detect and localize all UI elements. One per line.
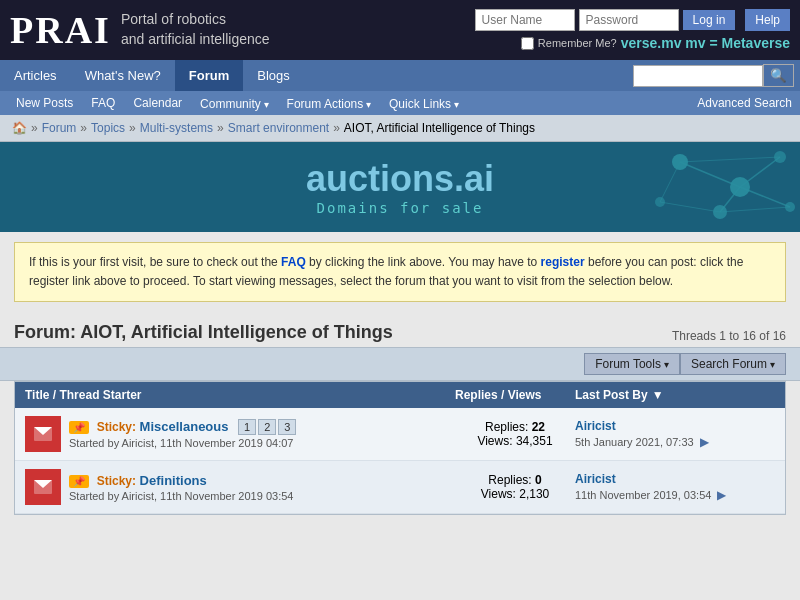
nav-search-button[interactable]: 🔍 <box>763 64 794 87</box>
subnav-community-dropdown[interactable]: Community <box>192 96 276 111</box>
thread-table-header: Title / Thread Starter Replies / Views L… <box>15 382 785 408</box>
page-link-1-3[interactable]: 3 <box>278 419 296 435</box>
notice-register-link[interactable]: register <box>541 255 585 269</box>
svg-line-9 <box>740 187 790 207</box>
sep-4: » <box>217 121 224 135</box>
thread-info-1: 📌 Sticky: Miscellaneous 1 2 3 Started by… <box>69 419 296 449</box>
sticky-label-1: Sticky: <box>97 420 136 434</box>
table-row: 📌 Sticky: Miscellaneous 1 2 3 Started by… <box>15 408 785 461</box>
page-links-1: 1 2 3 <box>238 419 296 435</box>
remember-label: Remember Me? <box>538 37 617 49</box>
breadcrumb-topics[interactable]: Topics <box>91 121 125 135</box>
sep-1: » <box>31 121 38 135</box>
nav-search-box: 🔍 <box>633 64 800 87</box>
help-button[interactable]: Help <box>745 9 790 31</box>
goto-icon-1[interactable]: ▶ <box>700 435 709 449</box>
banner-subtitle: Domains for sale <box>306 200 494 216</box>
nav-whats-new[interactable]: What's New? <box>71 60 175 91</box>
thread-sticky-line-2: 📌 Sticky: Definitions <box>69 473 293 488</box>
thread-title-link-1[interactable]: Miscellaneous <box>140 419 229 434</box>
subnav-calendar[interactable]: Calendar <box>125 93 190 113</box>
breadcrumb-multi-systems[interactable]: Multi-systems <box>140 121 213 135</box>
subnav-faq[interactable]: FAQ <box>83 93 123 113</box>
logo-box: PRAI Portal of robotics and artificial i… <box>10 8 270 52</box>
username-input[interactable] <box>475 9 575 31</box>
logo-description: Portal of robotics and artificial intell… <box>121 10 270 49</box>
advanced-search[interactable]: Advanced Search <box>697 96 792 110</box>
notice-text-after-faq: by clicking the link above. You may have… <box>306 255 541 269</box>
forum-title: Forum: AIOT, Artificial Intelligence of … <box>14 322 393 343</box>
thread-sticky-line-1: 📌 Sticky: Miscellaneous 1 2 3 <box>69 419 296 435</box>
banner-title: auctions.ai <box>306 158 494 200</box>
breadcrumb-current: AIOT, Artificial Intelligence of Things <box>344 121 535 135</box>
subnav-quick-links-dropdown[interactable]: Quick Links <box>381 96 467 111</box>
header-right: Log in Help Remember Me? verse.mv mv = M… <box>475 9 790 51</box>
subnav-forum-actions-label[interactable]: Forum Actions <box>279 94 379 114</box>
remember-checkbox[interactable] <box>521 37 534 50</box>
lastpost-user-link-2[interactable]: Airicist <box>575 472 616 486</box>
logo: PRAI <box>10 8 111 52</box>
col-lastpost: Last Post By ▼ <box>575 388 775 402</box>
notice-text-before-faq: If this is your first visit, be sure to … <box>29 255 281 269</box>
login-row: Log in Help <box>475 9 790 31</box>
thread-title-link-2[interactable]: Definitions <box>140 473 207 488</box>
breadcrumb: 🏠 » Forum » Topics » Multi-systems » Sma… <box>0 115 800 142</box>
sep-5: » <box>333 121 340 135</box>
sep-3: » <box>129 121 136 135</box>
svg-line-7 <box>740 157 780 187</box>
notice-box: If this is your first visit, be sure to … <box>14 242 786 302</box>
svg-line-12 <box>660 162 680 202</box>
breadcrumb-forum[interactable]: Forum <box>42 121 77 135</box>
thread-info-2: 📌 Sticky: Definitions Started by Airicis… <box>69 473 293 502</box>
svg-line-6 <box>680 162 740 187</box>
svg-line-10 <box>680 157 780 162</box>
header: PRAI Portal of robotics and artificial i… <box>0 0 800 60</box>
goto-icon-2[interactable]: ▶ <box>717 488 726 502</box>
nav-blogs[interactable]: Blogs <box>243 60 304 91</box>
thread-title-col-1: 📌 Sticky: Miscellaneous 1 2 3 Started by… <box>25 416 455 452</box>
table-row: 📌 Sticky: Definitions Started by Airicis… <box>15 461 785 514</box>
thread-starter-1: Started by Airicist, 11th November 2019 … <box>69 437 296 449</box>
password-input[interactable] <box>579 9 679 31</box>
thread-icon-2 <box>25 469 61 505</box>
subnav-forum-actions-dropdown[interactable]: Forum Actions <box>279 96 379 111</box>
svg-line-11 <box>660 202 720 212</box>
nav-forum[interactable]: Forum <box>175 60 243 91</box>
nav-articles[interactable]: Articles <box>0 60 71 91</box>
svg-line-13 <box>720 207 790 212</box>
lastpost-user-link-1[interactable]: Airicist <box>575 419 616 433</box>
lastpost-date-1: 5th January 2021, 07:33 ▶ <box>575 435 775 449</box>
replies-col-1: Replies: 22 Views: 34,351 <box>455 420 575 448</box>
thread-title-col-2: 📌 Sticky: Definitions Started by Airicis… <box>25 469 455 505</box>
thread-count: Threads 1 to 16 of 16 <box>672 329 786 343</box>
notice-faq-link[interactable]: FAQ <box>281 255 306 269</box>
thread-table: Title / Thread Starter Replies / Views L… <box>14 381 786 515</box>
banner: auctions.ai Domains for sale <box>0 142 800 232</box>
breadcrumb-smart-environment[interactable]: Smart environment <box>228 121 329 135</box>
thread-icon-1 <box>25 416 61 452</box>
page-link-1-1[interactable]: 1 <box>238 419 256 435</box>
home-icon[interactable]: 🏠 <box>12 121 27 135</box>
search-forum-button[interactable]: Search Forum <box>680 353 786 375</box>
nav-search-input[interactable] <box>633 65 763 87</box>
sticky-label-2: Sticky: <box>97 474 136 488</box>
lastpost-col-2: Airicist 11th November 2019, 03:54 ▶ <box>575 472 775 502</box>
subnav-new-posts[interactable]: New Posts <box>8 93 81 113</box>
col-title: Title / Thread Starter <box>25 388 455 402</box>
page-link-1-2[interactable]: 2 <box>258 419 276 435</box>
thread-starter-2: Started by Airicist, 11th November 2019 … <box>69 490 293 502</box>
subnav-community-label[interactable]: Community <box>192 94 276 114</box>
banner-network-graphic <box>480 142 800 232</box>
forum-tools-button[interactable]: Forum Tools <box>584 353 680 375</box>
lastpost-col-1: Airicist 5th January 2021, 07:33 ▶ <box>575 419 775 449</box>
metaverse-text: verse.mv mv = Metaverse <box>621 35 790 51</box>
svg-line-8 <box>720 187 740 212</box>
col-replies: Replies / Views <box>455 388 575 402</box>
banner-text: auctions.ai Domains for sale <box>306 158 494 216</box>
login-button[interactable]: Log in <box>683 10 736 30</box>
lastpost-date-2: 11th November 2019, 03:54 ▶ <box>575 488 775 502</box>
sep-2: » <box>80 121 87 135</box>
sort-arrow-icon[interactable]: ▼ <box>652 388 664 402</box>
nav-bar: Articles What's New? Forum Blogs 🔍 <box>0 60 800 91</box>
subnav-quick-links-label[interactable]: Quick Links <box>381 94 467 114</box>
